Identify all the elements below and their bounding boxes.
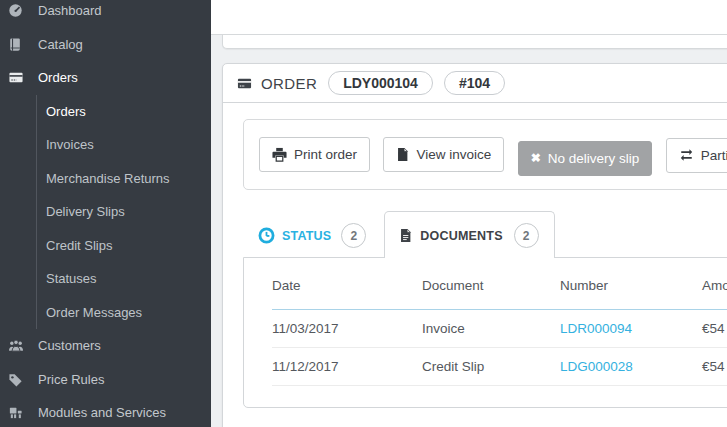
sidebar-item-customers[interactable]: Customers <box>0 329 211 363</box>
partial-refund-button[interactable]: Partial refund <box>666 138 727 173</box>
sidebar-item-label: Customers <box>38 338 101 353</box>
x-icon: ✖ <box>531 152 541 164</box>
page-title: ORDER <box>261 75 317 92</box>
main-content: ORDER LDY000104 #104 Print order View in… <box>211 0 727 427</box>
column-header-amount: Amount <box>702 276 727 310</box>
sidebar-item-label: Orders <box>38 70 78 85</box>
submenu-item-label: Invoices <box>46 137 94 152</box>
submenu-item-label: Merchandise Returns <box>46 171 170 186</box>
view-invoice-button[interactable]: View invoice <box>383 137 504 172</box>
submenu-item-order-messages[interactable]: Order Messages <box>37 296 211 330</box>
status-count-badge: 2 <box>341 223 366 248</box>
submenu-item-label: Credit Slips <box>46 238 112 253</box>
cell-amount: €54 <box>702 310 727 348</box>
order-panel: ORDER LDY000104 #104 Print order View in… <box>222 63 727 427</box>
price-rules-icon <box>8 371 26 387</box>
clock-icon <box>258 227 275 244</box>
submenu-item-merchandise-returns[interactable]: Merchandise Returns <box>37 162 211 196</box>
order-number-badge: #104 <box>444 71 505 95</box>
table-row: 11/03/2017 Invoice LDR000094 €54 <box>272 310 727 348</box>
no-delivery-slip-label: No delivery slip <box>548 151 640 166</box>
previous-panel-bottom-edge <box>222 35 727 49</box>
customers-icon <box>8 338 26 354</box>
submenu-item-credit-slips[interactable]: Credit Slips <box>37 229 211 263</box>
exchange-arrows-icon <box>679 148 694 162</box>
sidebar-item-dashboard[interactable]: Dashboard <box>0 0 211 28</box>
submenu-item-orders[interactable]: Orders <box>37 95 211 129</box>
document-icon <box>399 228 412 243</box>
printer-icon <box>272 147 287 162</box>
document-number-link[interactable]: LDG000028 <box>560 359 633 374</box>
order-tabs: STATUS 2 DOCUMENTS 2 <box>243 211 727 258</box>
documents-table-header-row: Date Document Number Amount <box>272 276 727 310</box>
document-number-link[interactable]: LDR000094 <box>560 321 632 336</box>
sidebar: Dashboard Catalog Orders Orders Invoices… <box>0 0 211 427</box>
order-reference-badge: LDY000104 <box>328 71 433 95</box>
print-order-button[interactable]: Print order <box>259 137 370 172</box>
sidebar-item-orders[interactable]: Orders <box>0 61 211 95</box>
orders-icon <box>8 70 26 86</box>
submenu-item-label: Order Messages <box>46 305 142 320</box>
cell-document: Invoice <box>422 310 560 348</box>
tab-documents[interactable]: DOCUMENTS 2 <box>384 211 554 258</box>
tab-status[interactable]: STATUS 2 <box>243 223 384 258</box>
orders-submenu: Orders Invoices Merchandise Returns Deli… <box>36 95 211 330</box>
column-header-date: Date <box>272 276 422 310</box>
top-panel-bottom-edge <box>211 0 727 35</box>
no-delivery-slip-button: ✖ No delivery slip <box>518 141 653 176</box>
documents-table: Date Document Number Amount 11/03/2017 I… <box>272 276 727 386</box>
cell-date: 11/03/2017 <box>272 310 422 348</box>
partial-refund-label: Partial refund <box>701 148 727 163</box>
column-header-number: Number <box>560 276 702 310</box>
column-header-document: Document <box>422 276 560 310</box>
cell-document: Credit Slip <box>422 348 560 386</box>
catalog-icon <box>8 36 26 52</box>
view-invoice-label: View invoice <box>416 147 491 162</box>
print-order-label: Print order <box>294 147 357 162</box>
order-panel-header: ORDER LDY000104 #104 <box>223 64 727 103</box>
submenu-item-delivery-slips[interactable]: Delivery Slips <box>37 195 211 229</box>
submenu-item-label: Delivery Slips <box>46 204 125 219</box>
submenu-item-label: Orders <box>46 104 86 119</box>
submenu-item-statuses[interactable]: Statuses <box>37 262 211 296</box>
documents-count-badge: 2 <box>514 223 539 248</box>
submenu-item-invoices[interactable]: Invoices <box>37 128 211 162</box>
sidebar-item-catalog[interactable]: Catalog <box>0 28 211 62</box>
documents-tab-panel: Date Document Number Amount 11/03/2017 I… <box>243 257 727 408</box>
order-card-icon <box>236 76 253 91</box>
sidebar-item-price-rules[interactable]: Price Rules <box>0 363 211 397</box>
cell-amount: €54 <box>702 348 727 386</box>
cell-date: 11/12/2017 <box>272 348 422 386</box>
submenu-item-label: Statuses <box>46 271 97 286</box>
tab-documents-label: DOCUMENTS <box>420 229 502 243</box>
sidebar-item-label: Price Rules <box>38 372 104 387</box>
dashboard-icon <box>8 3 26 19</box>
modules-icon <box>8 405 26 421</box>
order-actions-panel: Print order View invoice ✖ No delivery s… <box>243 119 727 190</box>
sidebar-item-label: Modules and Services <box>38 405 166 420</box>
sidebar-item-modules[interactable]: Modules and Services <box>0 396 211 427</box>
table-row: 11/12/2017 Credit Slip LDG000028 €54 <box>272 348 727 386</box>
sidebar-item-label: Dashboard <box>38 3 102 18</box>
tab-status-label: STATUS <box>282 229 331 243</box>
sidebar-item-label: Catalog <box>38 37 83 52</box>
invoice-file-icon <box>396 147 409 162</box>
